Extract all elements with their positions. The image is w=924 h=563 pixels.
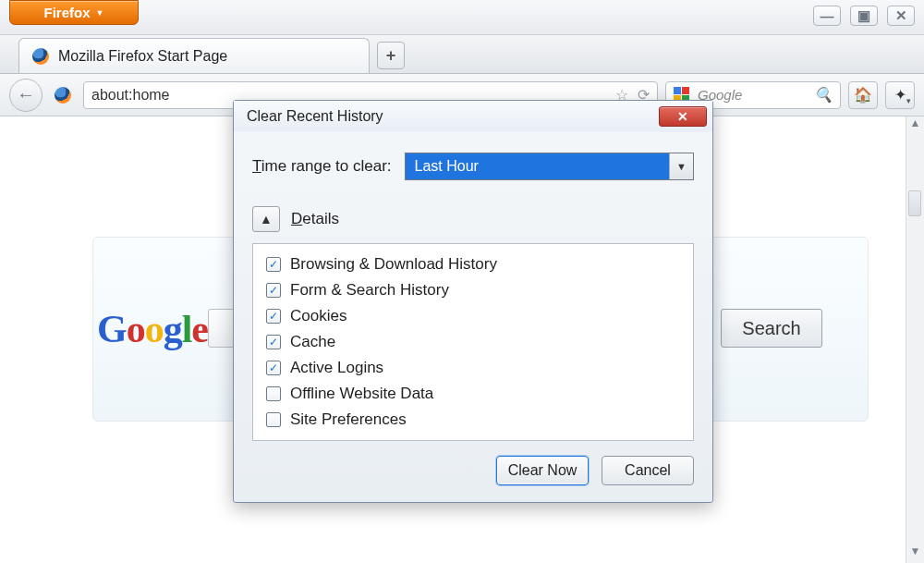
back-button[interactable]: ← — [9, 79, 43, 112]
scroll-down-icon[interactable]: ▼ — [906, 545, 924, 563]
close-icon: ✕ — [895, 7, 907, 24]
dialog-close-button[interactable]: ✕ — [659, 106, 707, 127]
checklist-item[interactable]: ✓Browsing & Download History — [264, 251, 682, 277]
checkbox[interactable] — [266, 412, 281, 427]
checkbox[interactable]: ✓ — [266, 257, 281, 272]
checklist-item-label: Browsing & Download History — [290, 255, 497, 274]
checkbox[interactable]: ✓ — [266, 309, 281, 324]
checkbox[interactable] — [266, 386, 281, 401]
cancel-label: Cancel — [625, 462, 671, 479]
scroll-up-icon[interactable]: ▲ — [906, 116, 924, 135]
checklist-item-label: Site Preferences — [290, 410, 407, 429]
bookmarks-icon: ✦ — [894, 86, 906, 104]
site-identity-icon[interactable] — [50, 82, 76, 108]
cancel-button[interactable]: Cancel — [602, 456, 694, 485]
time-range-value: Last Hour — [406, 153, 669, 179]
title-bar: Firefox ▼ — ▣ ✕ — [0, 0, 924, 35]
details-toggle-button[interactable]: ▲ — [252, 206, 280, 232]
clear-now-label: Clear Now — [508, 462, 578, 479]
firefox-icon — [32, 48, 49, 65]
minimize-icon: — — [821, 8, 834, 24]
search-icon[interactable]: 🔍 — [814, 86, 833, 104]
checklist-item[interactable]: ✓Cookies — [264, 303, 682, 329]
checklist-item-label: Offline Website Data — [290, 385, 433, 403]
checklist-item[interactable]: ✓Form & Search History — [264, 277, 682, 303]
home-icon: 🏠 — [854, 86, 872, 104]
clear-history-dialog: Clear Recent History ✕ Time range to cle… — [233, 100, 713, 503]
maximize-icon: ▣ — [857, 7, 870, 24]
checkbox[interactable]: ✓ — [266, 335, 281, 349]
firefox-icon — [55, 87, 71, 104]
chevron-down-icon: ▼ — [96, 8, 104, 18]
arrow-left-icon: ← — [17, 84, 35, 105]
checklist-item[interactable]: Offline Website Data — [264, 381, 682, 407]
window-close-button[interactable]: ✕ — [887, 6, 915, 26]
firefox-menu-button[interactable]: Firefox ▼ — [9, 0, 139, 25]
bookmarks-menu-button[interactable]: ✦ ▾ — [885, 81, 915, 109]
search-button-label: Search — [742, 318, 800, 339]
checklist-item[interactable]: Site Preferences — [264, 407, 682, 433]
dialog-title: Clear Recent History — [247, 108, 383, 125]
checklist-item-label: Form & Search History — [290, 281, 449, 300]
window-minimize-button[interactable]: — — [813, 6, 841, 26]
dialog-title-bar[interactable]: Clear Recent History ✕ — [234, 101, 712, 132]
firefox-menu-label: Firefox — [44, 5, 91, 20]
chevron-up-icon: ▲ — [260, 212, 273, 226]
checklist-item[interactable]: ✓Active Logins — [264, 355, 682, 381]
google-logo: Google — [97, 307, 208, 351]
start-page-search-button[interactable]: Search — [721, 309, 822, 348]
details-label: Details — [291, 210, 339, 228]
chevron-down-icon: ▾ — [906, 96, 911, 105]
checklist-item-label: Cache — [290, 333, 335, 351]
new-tab-button[interactable]: + — [377, 42, 405, 69]
clear-now-button[interactable]: Clear Now — [496, 456, 589, 485]
time-range-select[interactable]: Last Hour ▼ — [405, 153, 694, 180]
checklist-item-label: Cookies — [290, 307, 346, 325]
tab-strip: Mozilla Firefox Start Page + — [0, 35, 924, 74]
plus-icon: + — [386, 46, 396, 66]
url-text: about:home — [91, 87, 170, 104]
window-maximize-button[interactable]: ▣ — [850, 6, 878, 26]
checklist-item[interactable]: ✓Cache — [264, 329, 682, 355]
close-icon: ✕ — [677, 109, 688, 124]
time-range-label: Time range to clear: — [252, 157, 392, 176]
checklist-item-label: Active Logins — [290, 359, 383, 377]
home-button[interactable]: 🏠 — [848, 81, 878, 109]
checkbox[interactable]: ✓ — [266, 283, 281, 298]
tab-title: Mozilla Firefox Start Page — [58, 48, 227, 65]
checkbox[interactable]: ✓ — [266, 361, 281, 375]
details-checklist: ✓Browsing & Download History✓Form & Sear… — [252, 243, 694, 441]
vertical-scrollbar[interactable]: ▲ ▼ — [906, 116, 924, 563]
scroll-thumb[interactable] — [908, 190, 921, 216]
chevron-down-icon: ▼ — [669, 153, 693, 179]
tab-active[interactable]: Mozilla Firefox Start Page — [18, 38, 370, 73]
